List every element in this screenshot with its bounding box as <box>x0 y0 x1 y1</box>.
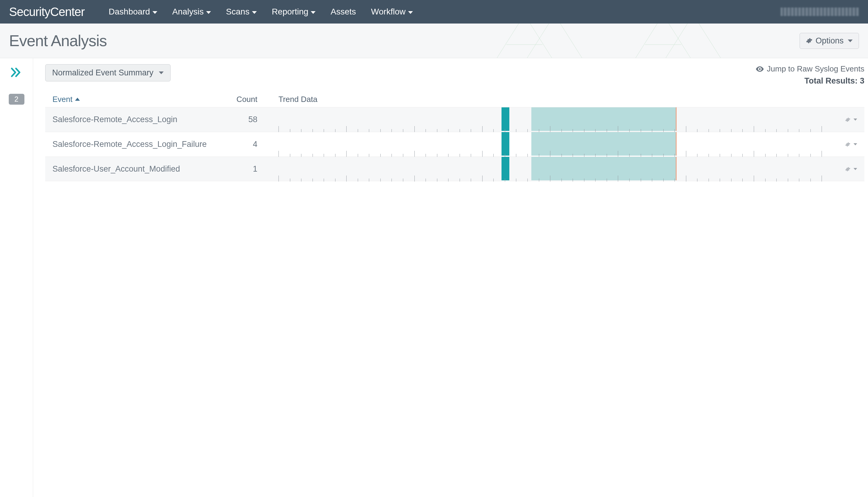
nav-scans-label: Scans <box>226 7 250 17</box>
results-table: Event Count Trend Data Salesforce-Remote… <box>45 92 864 181</box>
trend-sparkline <box>279 108 833 132</box>
total-results-value: 3 <box>860 76 864 85</box>
total-results-label: Total Results: <box>805 76 858 85</box>
event-count: 4 <box>221 140 263 149</box>
column-header-trend: Trend Data <box>263 95 833 104</box>
user-menu-redacted[interactable] <box>781 8 859 16</box>
chevron-down-icon <box>854 168 857 170</box>
table-row[interactable]: Salesforce-Remote_Access_Login_Failure 4 <box>45 132 864 157</box>
chevron-down-icon <box>311 11 315 14</box>
gear-icon <box>806 38 812 44</box>
trend-sparkline <box>279 132 833 157</box>
brand-logo: SecurityCenter <box>9 5 85 19</box>
page-title: Event Analysis <box>9 32 107 50</box>
event-name: Salesforce-Remote_Access_Login <box>53 115 221 124</box>
nav-analysis[interactable]: Analysis <box>172 7 211 17</box>
page-header: Event Analysis Options <box>0 24 868 58</box>
left-rail: 2 <box>0 58 33 497</box>
chevron-down-icon <box>854 118 857 120</box>
nav-reporting-label: Reporting <box>272 7 308 17</box>
gear-icon <box>845 167 851 172</box>
column-header-event-label: Event <box>53 95 73 104</box>
header-decoration <box>470 24 741 58</box>
jump-to-raw-syslog-link[interactable]: Jump to Raw Syslog Events <box>756 64 864 74</box>
row-actions-button[interactable] <box>833 142 857 147</box>
chevron-down-icon <box>854 143 857 145</box>
gear-icon <box>845 142 851 147</box>
nav-workflow[interactable]: Workflow <box>371 7 413 17</box>
top-nav: SecurityCenter Dashboard Analysis Scans … <box>0 0 868 24</box>
eye-icon <box>756 66 764 72</box>
event-count: 58 <box>221 115 263 124</box>
options-label: Options <box>815 36 843 45</box>
nav-analysis-label: Analysis <box>172 7 204 17</box>
chevron-down-icon <box>848 40 853 42</box>
gear-icon <box>845 117 851 123</box>
table-row[interactable]: Salesforce-Remote_Access_Login 58 <box>45 107 864 132</box>
brand-part-b: Center <box>50 5 85 18</box>
jump-link-label: Jump to Raw Syslog Events <box>767 64 864 74</box>
sort-ascending-icon <box>75 98 80 101</box>
nav-dashboard-label: Dashboard <box>109 7 150 17</box>
row-actions-button[interactable] <box>833 117 857 123</box>
event-name: Salesforce-User_Account_Modified <box>53 165 221 174</box>
view-selector[interactable]: Normalized Event Summary <box>45 64 171 82</box>
table-row[interactable]: Salesforce-User_Account_Modified 1 <box>45 157 864 181</box>
filter-count-badge[interactable]: 2 <box>9 94 25 105</box>
badge-count: 2 <box>14 95 18 103</box>
nav-dashboard[interactable]: Dashboard <box>109 7 157 17</box>
nav-assets-label: Assets <box>330 7 356 17</box>
expand-sidebar-button[interactable] <box>11 67 23 79</box>
event-name: Salesforce-Remote_Access_Login_Failure <box>53 140 221 149</box>
nav-workflow-label: Workflow <box>371 7 406 17</box>
nav-scans[interactable]: Scans <box>226 7 257 17</box>
column-header-count[interactable]: Count <box>221 95 263 104</box>
chevron-down-icon <box>206 11 211 14</box>
chevron-down-icon <box>408 11 413 14</box>
view-selector-label: Normalized Event Summary <box>52 68 153 77</box>
nav-items: Dashboard Analysis Scans Reporting Asset… <box>109 7 413 17</box>
chevron-down-icon <box>159 71 164 74</box>
nav-assets[interactable]: Assets <box>330 7 356 17</box>
row-actions-button[interactable] <box>833 167 857 172</box>
options-button[interactable]: Options <box>799 33 859 49</box>
chevron-down-icon <box>252 11 257 14</box>
nav-reporting[interactable]: Reporting <box>272 7 315 17</box>
table-header: Event Count Trend Data <box>45 92 864 107</box>
double-chevron-right-icon <box>11 67 23 77</box>
trend-sparkline <box>279 157 833 182</box>
event-count: 1 <box>221 165 263 174</box>
brand-part-a: Security <box>9 5 50 18</box>
chevron-down-icon <box>152 11 157 14</box>
column-header-event[interactable]: Event <box>53 95 80 104</box>
total-results: Total Results: 3 <box>756 76 864 86</box>
